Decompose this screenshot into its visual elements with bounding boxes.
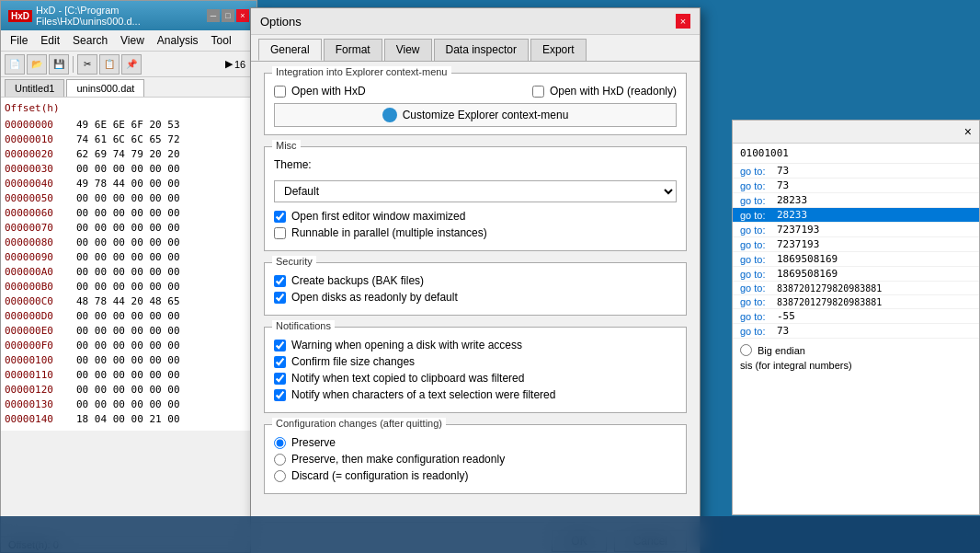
theme-label: Theme:	[274, 158, 312, 171]
create-backups-row: Create backups (BAK files)	[274, 274, 677, 287]
security-section: Security Create backups (BAK files) Open…	[264, 262, 687, 316]
preserve-option: Preserve	[274, 436, 677, 449]
notifications-section: Notifications Warning when opening a dis…	[264, 327, 687, 413]
confirm-filesize-checkbox[interactable]	[274, 356, 286, 368]
preserve-readonly-option: Preserve, then make configuration readon…	[274, 453, 677, 466]
open-hxd-row: Open with HxD Open with HxD (readonly)	[274, 85, 677, 98]
config-section: Configuration changes (after quitting) P…	[264, 424, 687, 494]
dialog-body: Integration into Explorer context-menu O…	[251, 62, 700, 522]
misc-section-label: Misc	[272, 140, 301, 151]
taskbar	[0, 516, 980, 553]
runnable-parallel-label: Runnable in parallel (multiple instances…	[291, 226, 487, 239]
customize-explorer-button[interactable]: Customize Explorer context-menu	[274, 103, 677, 127]
notify-selection-label: Notify when characters of a text selecti…	[291, 388, 555, 401]
open-readonly-checkbox[interactable]	[532, 86, 544, 98]
preserve-readonly-radio[interactable]	[274, 454, 286, 466]
runnable-parallel-row: Runnable in parallel (multiple instances…	[274, 226, 677, 239]
dialog-titlebar: Options ×	[251, 8, 700, 35]
globe-icon	[382, 108, 397, 122]
options-dialog: Options × General Format View Data inspe…	[250, 7, 701, 553]
open-hxd-checkbox[interactable]	[274, 86, 286, 98]
discard-label: Discard (= configuration is readonly)	[291, 469, 468, 482]
preserve-readonly-label: Preserve, then make configuration readon…	[291, 453, 505, 466]
notify-clipboard-label: Notify when text copied to clipboard was…	[291, 372, 524, 385]
explorer-section-label: Integration into Explorer context-menu	[272, 66, 451, 77]
discard-radio[interactable]	[274, 470, 286, 482]
notify-clipboard-row: Notify when text copied to clipboard was…	[274, 372, 677, 385]
create-backups-checkbox[interactable]	[274, 275, 286, 287]
notifications-section-label: Notifications	[272, 320, 335, 331]
open-readonly-label: Open with HxD (readonly)	[550, 85, 677, 98]
confirm-filesize-label: Confirm file size changes	[291, 355, 415, 368]
open-maximized-label: Open first editor window maximized	[291, 210, 465, 223]
dialog-tabs: General Format View Data inspector Expor…	[251, 35, 700, 62]
preserve-label: Preserve	[291, 436, 336, 449]
confirm-filesize-row: Confirm file size changes	[274, 355, 677, 368]
customize-btn-label: Customize Explorer context-menu	[403, 109, 569, 121]
tab-data-inspector[interactable]: Data inspector	[434, 39, 529, 61]
open-disks-readonly-row: Open disks as readonly by default	[274, 291, 677, 304]
runnable-parallel-checkbox[interactable]	[274, 227, 286, 239]
warning-disk-row: Warning when opening a disk with write a…	[274, 339, 677, 351]
tab-format[interactable]: Format	[324, 39, 382, 61]
open-disks-readonly-checkbox[interactable]	[274, 292, 286, 304]
open-disks-readonly-label: Open disks as readonly by default	[291, 291, 458, 304]
theme-select[interactable]: Default Dark Light	[274, 180, 677, 202]
notify-selection-row: Notify when characters of a text selecti…	[274, 388, 677, 401]
create-backups-label: Create backups (BAK files)	[291, 274, 424, 287]
open-hxd-label: Open with HxD	[291, 85, 366, 98]
theme-row: Theme:	[274, 158, 677, 171]
tab-general[interactable]: General	[258, 39, 322, 61]
preserve-radio[interactable]	[274, 437, 286, 449]
warning-disk-checkbox[interactable]	[274, 340, 286, 351]
explorer-section: Integration into Explorer context-menu O…	[264, 73, 687, 135]
discard-option: Discard (= configuration is readonly)	[274, 469, 677, 482]
security-section-label: Security	[272, 256, 316, 267]
dialog-overlay: Options × General Format View Data inspe…	[0, 0, 980, 553]
open-maximized-row: Open first editor window maximized	[274, 210, 677, 223]
open-maximized-checkbox[interactable]	[274, 211, 286, 223]
tab-export[interactable]: Export	[530, 39, 587, 61]
dialog-title: Options	[260, 15, 302, 29]
dialog-close-button[interactable]: ×	[676, 14, 690, 29]
tab-view[interactable]: View	[384, 39, 432, 61]
notify-clipboard-checkbox[interactable]	[274, 373, 286, 385]
warning-disk-label: Warning when opening a disk with write a…	[291, 339, 522, 351]
notify-selection-checkbox[interactable]	[274, 389, 286, 401]
config-section-label: Configuration changes (after quitting)	[272, 418, 446, 429]
misc-section: Misc Theme: Default Dark Light Open firs…	[264, 146, 687, 251]
